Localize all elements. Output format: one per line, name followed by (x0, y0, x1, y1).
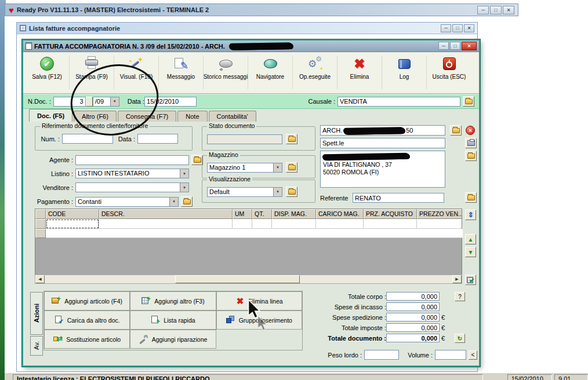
tab-avanzate[interactable]: Av. (30, 336, 43, 356)
grid-header-carico-mag[interactable]: CARICO MAG. (316, 209, 364, 219)
grid-header-selector[interactable] (35, 209, 46, 219)
chevron-down-icon[interactable]: ▼ (169, 198, 178, 206)
tab-consegna[interactable]: Consegna (F7) (118, 111, 176, 122)
close-button[interactable]: ✕ (464, 24, 474, 32)
tab-altro[interactable]: Altro (F6) (74, 111, 117, 122)
grid-horizontal-scrollbar[interactable]: ◀ ▶ (35, 275, 462, 284)
label-print-button[interactable] (465, 138, 477, 148)
chevron-down-icon[interactable]: ▼ (180, 169, 188, 178)
ndoc-input[interactable] (53, 97, 86, 107)
scrollbar-track[interactable] (45, 275, 452, 283)
chevron-down-icon[interactable]: ▼ (180, 183, 188, 192)
customer-folder-button[interactable] (450, 125, 462, 136)
magazzino-select[interactable]: Magazzino 1 ▼ (207, 163, 282, 173)
lista-rapida-button[interactable]: + Lista rapida (130, 310, 216, 330)
log-button[interactable]: Log (382, 56, 427, 89)
causale-folder-button[interactable] (463, 96, 474, 107)
venditore-select[interactable]: ▼ (75, 182, 189, 192)
recalculate-button[interactable]: ↻ (455, 334, 465, 343)
folder-icon (288, 137, 296, 142)
grid-row-empty[interactable] (35, 219, 462, 229)
date-input[interactable] (144, 97, 197, 107)
grid-header-prz-acquisto[interactable]: PRZ. ACQUISTO (364, 209, 417, 219)
scroll-right-button[interactable]: ▶ (452, 275, 462, 283)
scroll-left-button[interactable]: ◀ (35, 275, 45, 283)
maximize-button[interactable]: □ (450, 42, 460, 50)
spettle-input[interactable]: Spett.le (320, 138, 445, 148)
grid-header-code[interactable]: CODE (46, 209, 99, 219)
grid-header-descr[interactable]: DESCR. (99, 209, 233, 219)
message-history-button[interactable]: Storico messaggi (204, 56, 248, 89)
visualizzazione-select[interactable]: Default ▼ (207, 187, 282, 197)
operations-button[interactable]: ⚙⚙✦ Op.eseguite (293, 56, 337, 89)
save-button[interactable]: ✔ Salva (F12) (25, 56, 70, 89)
ndoc-browse-button[interactable] (86, 97, 93, 107)
grid-header-disp-mag[interactable]: DISP. MAG. (272, 209, 316, 219)
navigator-button[interactable]: Navigatore (248, 56, 293, 89)
peso-lordo-input[interactable] (364, 350, 399, 360)
tab-contabilita[interactable]: Contabilita' (209, 111, 256, 122)
close-button[interactable]: ✕ (462, 42, 477, 50)
scrollbar-thumb[interactable] (175, 275, 300, 283)
volume-input[interactable] (435, 350, 466, 360)
delete-button[interactable]: ✖ Elimina (337, 56, 382, 89)
help-button[interactable]: ? (455, 292, 465, 301)
totale-corpo-input[interactable] (386, 292, 440, 301)
pagamento-select[interactable]: Contanti ▼ (75, 197, 179, 207)
totale-imposte-input[interactable] (386, 323, 440, 332)
export-grid-button[interactable]: ✔ (465, 275, 476, 285)
referente-input[interactable] (353, 193, 444, 203)
print-button[interactable]: Stampa (F9) (70, 56, 114, 89)
pagamento-folder-button[interactable] (181, 196, 193, 207)
sort-button[interactable]: ⇕ (465, 210, 476, 220)
aggiungi-altro-button[interactable]: + Aggiungi altro (F3) (130, 291, 216, 310)
referente-folder-button[interactable] (465, 192, 477, 203)
move-row-up-button[interactable]: ▲ (465, 234, 476, 244)
gruppo-inserimento-button[interactable]: Gruppo inserimento (216, 310, 302, 330)
magazzino-folder-button[interactable] (286, 162, 297, 173)
carica-da-altro-doc-button[interactable]: ✔ Carica da altro doc. (44, 310, 130, 330)
customer-input[interactable]: ARCH. 50 (320, 125, 445, 136)
listino-select[interactable]: LISTINO INTESTATARIO ▼ (75, 169, 189, 178)
tab-azioni[interactable]: Azioni (30, 292, 43, 335)
grid-header-qt[interactable]: QT. (252, 209, 272, 219)
address-box[interactable]: VIA DI FALTIGNANO , 37 50020 ROMOLA (FI) (320, 151, 445, 188)
year-select[interactable]: /09 ▼ (93, 97, 119, 107)
visualizzazione-folder-button[interactable] (286, 187, 297, 197)
exit-button[interactable]: Uscita (ESC) (427, 56, 471, 89)
chevron-down-icon[interactable]: ▼ (110, 97, 119, 106)
stato-folder-button[interactable] (286, 134, 297, 144)
grid-header-prezzo-ven[interactable]: PREZZO VEN... (417, 209, 462, 219)
minimize-button[interactable]: ─ (438, 42, 449, 50)
maximize-button[interactable]: □ (452, 24, 463, 32)
message-button[interactable]: ✎ Messaggio (159, 56, 204, 89)
aggiungi-riparazione-button[interactable]: Aggiungi riparazione (130, 330, 216, 349)
customer-clear-button[interactable]: ✕ (466, 126, 475, 135)
tab-doc[interactable]: Doc. (F5) (29, 109, 72, 122)
causale-input[interactable] (337, 97, 460, 107)
close-button[interactable]: ✕ (503, 6, 514, 14)
aggiungi-articolo-button[interactable]: + Aggiungi articolo (F4) (44, 291, 130, 310)
grid-header-um[interactable]: UM (233, 209, 252, 219)
chevron-down-icon[interactable]: ▼ (273, 163, 282, 172)
main-window-title: Ready Pro V11.11.13 - (MASTER) Electrosi… (17, 6, 209, 13)
totale-documento-input[interactable] (386, 334, 440, 342)
elimina-linea-button[interactable]: ✖ Elimina linea (216, 291, 302, 310)
tab-note[interactable]: Note (177, 111, 207, 122)
minimize-button[interactable]: ─ (477, 6, 489, 14)
spese-incasso-input[interactable] (386, 302, 440, 311)
agente-folder-button[interactable] (191, 155, 203, 165)
num-input[interactable] (62, 134, 113, 144)
address-folder-button[interactable] (465, 151, 477, 161)
agente-input[interactable] (75, 155, 189, 165)
maximize-button[interactable]: □ (490, 6, 502, 14)
spese-spedizione-input[interactable] (386, 313, 440, 321)
minimize-button[interactable]: ─ (441, 24, 451, 32)
rif-date-input[interactable] (137, 134, 178, 144)
stato-input[interactable] (207, 134, 282, 144)
preview-button[interactable]: ✦✦ Visual. (F10) (114, 56, 159, 89)
chevron-down-icon[interactable]: ▼ (273, 188, 282, 196)
sostituzione-articolo-button[interactable]: ⇄ Sostituzione articolo (44, 330, 130, 349)
move-row-down-button[interactable]: ▼ (465, 247, 476, 257)
collapse-button[interactable]: < (469, 350, 477, 360)
